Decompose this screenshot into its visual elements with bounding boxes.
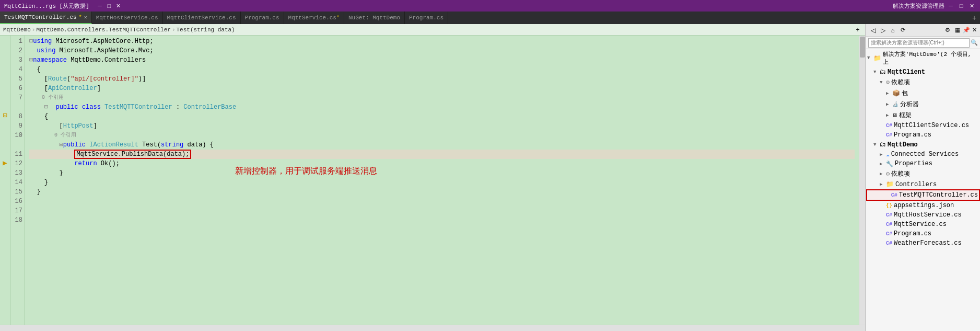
tree-item-mqttclientservice[interactable]: C# MqttClientService.cs	[866, 121, 980, 130]
tree-item-program1[interactable]: C# Program.cs	[866, 130, 980, 140]
tree-item-testmqttcontroller[interactable]: C# TestMQTTController.cs	[866, 189, 980, 201]
mqtthostservice-label: MqttHostService.cs	[894, 211, 962, 219]
properties-icon: 🔧	[886, 161, 893, 167]
scroll-thumb[interactable]	[860, 37, 865, 58]
program1-label: Program.cs	[894, 131, 931, 139]
se-search-input[interactable]	[868, 38, 970, 48]
deps1-icon: ⚙	[886, 78, 890, 86]
analyzer-label: 分析器	[900, 100, 919, 109]
mqttclient-label: MqttClient	[888, 69, 925, 76]
code-line-10b: 0 个引用	[29, 131, 855, 140]
se-restore-btn[interactable]: □	[957, 2, 965, 9]
code-line-8: ⊟ public class TestMQTTController : Cont…	[29, 102, 855, 112]
gutter-row-3	[0, 54, 10, 64]
tree-item-deps1[interactable]: ▼ ⚙ 依赖项	[866, 77, 980, 88]
tab-mqtthostservice[interactable]: MqttHostService.cs	[92, 12, 163, 24]
minimize-btn[interactable]: ─	[96, 2, 104, 9]
tree-item-deps2[interactable]: ▶ ⚙ 依赖项	[866, 168, 980, 179]
se-home-btn[interactable]: ⌂	[888, 26, 897, 35]
se-minimize-btn[interactable]: ─	[947, 2, 955, 9]
tab-mqttservice[interactable]: MqttService.cs *	[284, 12, 344, 24]
properties-expand-icon: ▶	[880, 161, 886, 167]
breakpoint-arrow-icon: ▶	[3, 158, 7, 167]
tree-item-pkg[interactable]: ▶ 📦 包	[866, 88, 980, 99]
tab-nuget[interactable]: NuGet: MqttDemo	[344, 12, 405, 24]
tree-item-mqttservice[interactable]: C# MqttService.cs	[866, 220, 980, 229]
tree-item-controllers[interactable]: ▶ 📁 Controllers	[866, 179, 980, 189]
tree-item-solution[interactable]: ▼ 📁 解决方案'MqttDemo'(2 个项目, 上	[866, 49, 980, 67]
se-sync-btn[interactable]: ⟳	[898, 26, 907, 35]
deps1-expand-icon: ▼	[880, 80, 886, 85]
deps2-expand-icon: ▶	[880, 171, 886, 177]
code-line-17: }	[29, 187, 855, 197]
connected-services-label: Connected Services	[891, 151, 959, 158]
deps2-label: 依赖项	[891, 169, 910, 178]
code-line-10: [HttpPost]	[29, 121, 855, 131]
pkg-label: 包	[902, 89, 908, 98]
breadcrumb-class[interactable]: MqttDemo.Controllers.TestMQTTController	[36, 27, 170, 33]
se-pin-btn[interactable]: 📌	[963, 27, 970, 34]
gutter-row-10	[0, 130, 10, 139]
gutter-row-10b	[0, 139, 10, 149]
line-numbers: 1 2 3 4 5 6 7 8 9 10 11 12 13 14 15	[10, 36, 25, 325]
program2-cs-icon: C#	[886, 231, 892, 237]
mqttdemo-proj-icon: 🗂	[880, 141, 886, 149]
analyzer-expand-icon: ▶	[886, 101, 892, 107]
tree-item-weatherforecast[interactable]: C# WeatherForecast.cs	[866, 238, 980, 248]
code-line-4: ⊟namespace MqttDemo.Controllers	[29, 55, 855, 65]
tree-item-mqttclient[interactable]: ▼ 🗂 MqttClient	[866, 67, 980, 77]
gutter-row-5	[0, 73, 10, 83]
breadcrumb-add-btn[interactable]: +	[854, 26, 862, 34]
tab-program1[interactable]: Program.cs	[241, 12, 284, 24]
tab-mqttclientservice[interactable]: MqttClientService.cs	[163, 12, 241, 24]
tab-program2[interactable]: Program.cs	[405, 12, 448, 24]
solution-explorer: ◁ ▷ ⌂ ⟳ ⚙ ▦ 📌 ✕ 🔍 ▼ 📁	[865, 24, 980, 331]
code-line-9: {	[29, 112, 855, 121]
analyzer-icon: 🔬	[892, 101, 899, 108]
testmqtt-cs-icon: C#	[891, 192, 897, 198]
tree-item-analyzer[interactable]: ▶ 🔬 分析器	[866, 99, 980, 110]
tree-item-framework[interactable]: ▶ 🖥 框架	[866, 110, 980, 121]
weatherforecast-cs-icon: C#	[886, 241, 892, 246]
breakpoint-gutter: ⊡ ▶	[0, 36, 10, 325]
se-close-icon[interactable]: ✕	[967, 2, 976, 9]
code-editor[interactable]: ⊟using Microsoft.AspNetCore.Http; using …	[25, 36, 859, 325]
restore-btn[interactable]: □	[105, 2, 113, 9]
code-line-2: using Microsoft.AspNetCore.Mvc;	[29, 46, 855, 55]
connected-icon: ☁	[886, 151, 890, 158]
breadcrumb-method[interactable]: Test(string data)	[176, 27, 235, 33]
se-title-label: 解决方案资源管理器	[893, 2, 944, 10]
tree-item-connected-services[interactable]: ▶ ☁ Connected Services	[866, 150, 980, 159]
close-btn[interactable]: ✕	[114, 2, 123, 9]
deps1-label: 依赖项	[891, 78, 910, 87]
gutter-row-11	[0, 149, 10, 158]
properties-label: Properties	[895, 160, 932, 167]
main-title: MqttClien...rgs [从元数据]	[4, 2, 89, 10]
vertical-scrollbar[interactable]	[859, 36, 865, 325]
code-line-7b: 0 个引用	[29, 93, 855, 102]
se-close-btn[interactable]: ✕	[971, 27, 978, 34]
tree-item-program2[interactable]: C# Program.cs	[866, 229, 980, 238]
tree-item-properties[interactable]: ▶ 🔧 Properties	[866, 159, 980, 168]
mqttclient-expand-icon: ▼	[873, 70, 880, 75]
tab-close-icon[interactable]: ✕	[84, 14, 87, 20]
appsettings-json-icon: {}	[886, 203, 892, 209]
se-forward-btn[interactable]: ▷	[878, 26, 888, 35]
connected-expand-icon: ▶	[880, 152, 886, 157]
tree-item-mqtthostservice[interactable]: C# MqttHostService.cs	[866, 210, 980, 220]
horizontal-scrollbar[interactable]	[0, 325, 865, 331]
se-filter-btn[interactable]: ▦	[953, 26, 962, 35]
new-tab-btn[interactable]: +	[969, 12, 980, 24]
tab-bar: TestMQTTController.cs * ✕ MqttHostServic…	[0, 12, 980, 24]
se-settings-btn[interactable]: ⚙	[943, 26, 952, 35]
tree-item-appsettings[interactable]: {} appsettings.json	[866, 201, 980, 210]
se-back-btn[interactable]: ◁	[868, 26, 878, 35]
solution-icon: 📁	[873, 54, 881, 62]
gutter-row-8: ⊡	[0, 111, 10, 120]
tree-item-mqttdemo[interactable]: ▼ 🗂 MqttDemo	[866, 140, 980, 150]
code-line-5: {	[29, 65, 855, 74]
code-line-12: MqttService.PublishData(data);	[29, 150, 855, 159]
tab-testmqttcontroller[interactable]: TestMQTTController.cs * ✕	[0, 12, 92, 24]
gutter-row-7	[0, 92, 10, 101]
breadcrumb-namespace[interactable]: MqttDemo	[3, 27, 31, 33]
